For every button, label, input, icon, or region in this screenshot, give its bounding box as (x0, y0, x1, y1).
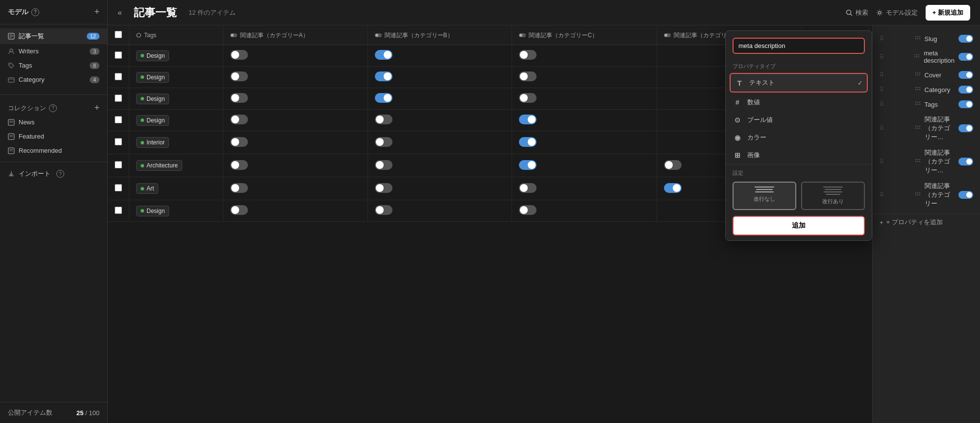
sidebar-import[interactable]: インポート ? (0, 166, 107, 182)
toggle-col-c[interactable] (519, 183, 537, 193)
visibility-toggle[interactable] (958, 191, 973, 199)
toggle-col-c[interactable] (519, 50, 537, 60)
visibility-toggle[interactable] (958, 35, 973, 43)
drag-handle[interactable]: ⠿ (880, 86, 910, 93)
prop-type-item[interactable]: ◉ カラー (726, 129, 872, 146)
visibility-toggle[interactable] (958, 100, 973, 108)
model-add-button[interactable]: + (94, 7, 99, 17)
visibility-item: ⠿ 関連記事（カテゴリー (873, 178, 980, 212)
toggle-col-c[interactable] (519, 93, 537, 103)
visibility-toggle[interactable] (958, 124, 973, 132)
toggle-col-a[interactable] (230, 205, 248, 215)
toggle-col-d[interactable] (664, 183, 682, 193)
sidebar-item-news[interactable]: News (0, 115, 107, 129)
sidebar-item-articles[interactable]: 記事一覧 12 (0, 28, 107, 44)
drag-handle[interactable]: ⠿ (880, 101, 910, 108)
toggle-col-b[interactable] (375, 71, 392, 81)
collection-help-icon[interactable]: ? (49, 104, 57, 112)
toggle-col-b[interactable] (375, 183, 392, 193)
select-all-checkbox[interactable] (115, 31, 122, 38)
toggle-col-a[interactable] (230, 50, 248, 60)
tag-badge: Art (136, 183, 158, 194)
search-button[interactable]: 検索 (846, 8, 868, 17)
sidebar-item-writers[interactable]: Writers 3 (0, 44, 107, 58)
category-icon (8, 76, 15, 83)
visibility-toggle[interactable] (958, 71, 973, 79)
grid-icon (914, 54, 920, 60)
toggle-col-c[interactable] (519, 160, 537, 170)
sidebar-item-recommended[interactable]: Recommended (0, 143, 107, 158)
svg-point-16 (846, 10, 851, 14)
prop-type-item[interactable]: T テキスト ✓ (730, 73, 868, 93)
row-checkbox[interactable] (115, 184, 122, 191)
row-checkbox[interactable] (115, 94, 122, 102)
category-label: Category (19, 76, 45, 83)
sidebar-item-featured[interactable]: Featured (0, 129, 107, 143)
toggle-col-b[interactable] (375, 160, 392, 170)
popup-settings: 設定 改行なし (726, 164, 872, 240)
toggle-col-a[interactable] (230, 115, 248, 124)
sidebar-item-category[interactable]: Category 4 (0, 72, 107, 87)
model-help-icon[interactable]: ? (31, 8, 39, 16)
visibility-toggle[interactable] (958, 158, 973, 165)
with-newline-option[interactable]: 改行あり (801, 182, 865, 210)
toggle-col-a[interactable] (230, 183, 248, 193)
visibility-panel: ⠿ Slug ⠿ meta description ⠿ (872, 25, 980, 423)
row-checkbox[interactable] (115, 73, 122, 80)
toggle-col-b[interactable] (375, 205, 392, 215)
toggle-col-c[interactable] (519, 137, 537, 147)
toggle-col-b[interactable] (375, 93, 392, 103)
prop-type-item[interactable]: ⊙ ブール値 (726, 111, 872, 129)
svg-point-32 (918, 54, 919, 55)
visibility-toggle[interactable] (958, 53, 973, 61)
toggle-col-a[interactable] (230, 160, 248, 170)
drag-handle[interactable]: ⠿ (880, 125, 910, 132)
drag-handle[interactable]: ⠿ (880, 35, 910, 42)
prop-type-item[interactable]: # 数値 (726, 94, 872, 111)
svg-point-63 (915, 161, 916, 162)
sidebar-model-title: モデル ? (8, 8, 39, 17)
row-checkbox[interactable] (115, 207, 122, 214)
tag-cell: Design (129, 110, 223, 131)
toggle-col-b[interactable] (375, 50, 392, 60)
featured-icon (8, 133, 15, 140)
tag-cell: Design (129, 45, 223, 67)
svg-point-54 (915, 126, 916, 127)
prop-type-item[interactable]: ⊞ 画像 (726, 146, 872, 164)
visibility-toggle[interactable] (958, 86, 973, 94)
toggle-col-b[interactable] (375, 137, 392, 147)
toggle-col-c[interactable] (519, 205, 537, 215)
sidebar-item-tags[interactable]: Tags 8 (0, 58, 107, 72)
collection-add-button[interactable]: + (94, 103, 99, 113)
tag-dot (141, 97, 144, 100)
property-name-input[interactable] (733, 38, 865, 54)
col-b-cell (368, 131, 512, 154)
toggle-col-a[interactable] (230, 137, 248, 147)
drag-handle[interactable]: ⠿ (880, 53, 909, 60)
drag-handle[interactable]: ⠿ (880, 71, 910, 78)
with-newline-label: 改行あり (822, 198, 844, 204)
no-newline-option[interactable]: 改行なし (733, 182, 796, 210)
toggle-col-c[interactable] (519, 115, 537, 124)
row-checkbox[interactable] (115, 51, 122, 59)
toggle-col-a[interactable] (230, 93, 248, 103)
toggle-col-b[interactable] (375, 115, 392, 124)
add-property-button[interactable]: + + プロパティを追加 (873, 213, 980, 231)
toggle-col-icon-d (664, 33, 671, 37)
toggle-col-c[interactable] (519, 71, 537, 81)
drag-handle[interactable]: ⠿ (880, 191, 910, 198)
row-checkbox[interactable] (115, 138, 122, 145)
row-checkbox[interactable] (115, 116, 122, 123)
toggle-col-a[interactable] (230, 71, 248, 81)
collapse-sidebar-button[interactable]: « (118, 8, 122, 17)
row-checkbox[interactable] (115, 161, 122, 168)
drag-handle[interactable]: ⠿ (880, 158, 910, 165)
toggle-col-icon-c (519, 33, 526, 37)
new-item-button[interactable]: + 新規追加 (926, 5, 970, 21)
import-help-icon[interactable]: ? (56, 170, 64, 178)
toggle-col-d[interactable] (664, 160, 682, 170)
col-b-cell (368, 45, 512, 67)
tag-dot (141, 187, 144, 190)
model-settings-button[interactable]: モデル設定 (876, 8, 918, 17)
add-property-confirm-button[interactable]: 追加 (733, 216, 865, 235)
